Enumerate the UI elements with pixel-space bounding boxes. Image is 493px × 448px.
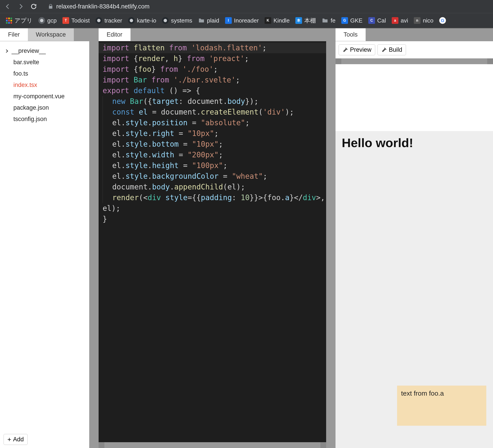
bookmark-label: nico (423, 17, 433, 24)
tools-divider[interactable] (336, 58, 493, 64)
preview-viewport[interactable]: Hello world! text from foo.a (336, 131, 493, 448)
tab-tools[interactable]: Tools (336, 28, 366, 41)
inoreader-icon: I (225, 17, 232, 24)
file-foo.ts[interactable]: foo.ts (0, 68, 89, 79)
tools-panel: Tools Preview Build (334, 28, 493, 448)
code-line[interactable]: import flatten from 'lodash.flatten'; (99, 43, 326, 53)
tab-filer[interactable]: Filer (0, 28, 28, 41)
bookmark-Inoreader[interactable]: IInoreader (225, 17, 259, 24)
code-line[interactable]: } (99, 214, 326, 224)
bookmark-アプリ[interactable]: アプリ (6, 17, 33, 24)
browser-chrome: relaxed-franklin-8384b4.netlify.com アプリg… (0, 0, 493, 28)
svg-point-2 (130, 19, 133, 22)
back-button[interactable] (3, 2, 12, 11)
add-button[interactable]: + Add (4, 434, 28, 445)
code-line[interactable]: el.style.bottom = "10px"; (99, 139, 326, 149)
file-list: __preview__bar.sveltefoo.tsindex.tsxmy-c… (0, 41, 89, 431)
tools-tabbar: Tools (336, 28, 493, 41)
hammer-icon (381, 47, 387, 53)
editor-tabbar: Editor (90, 28, 334, 41)
code-line[interactable]: const el = document.createElement('div')… (99, 107, 326, 117)
bookmark-label: fe (331, 17, 336, 24)
code-line[interactable]: el.style.height = "100px"; (99, 160, 326, 171)
scroll-grip-left[interactable] (99, 442, 104, 448)
preview-area: Hello world! text from foo.a (336, 131, 493, 448)
code-line[interactable]: import {foo} from './foo'; (99, 64, 326, 75)
file-label: __preview__ (11, 47, 46, 54)
g-icon (38, 17, 45, 24)
bookmark-label: systems (171, 17, 192, 24)
filer-panel: Filer Workspace __preview__bar.sveltefoo… (0, 28, 90, 448)
bookmark-label: plaid (207, 17, 219, 24)
chevron-right-icon (4, 49, 9, 53)
preview-heading: Hello world! (342, 136, 413, 150)
gh-icon (95, 17, 102, 24)
bookmark-systems[interactable]: systems (162, 17, 192, 24)
file-label: foo.ts (13, 70, 28, 77)
bookmark-label: アプリ (14, 17, 33, 24)
code-editor[interactable]: import flatten from 'lodash.flatten';imp… (99, 41, 326, 442)
forward-button[interactable] (16, 2, 25, 11)
preview-label: Preview (350, 46, 371, 53)
code-line[interactable]: el.style.right = "10px"; (99, 128, 326, 139)
apps-icon (6, 17, 12, 24)
avi-icon: a (392, 17, 398, 24)
file-index.tsx[interactable]: index.tsx (0, 79, 89, 91)
bookmark-label: avi (401, 17, 408, 24)
cal-icon: C (368, 17, 375, 24)
code-line[interactable]: import {render, h} from 'preact'; (99, 53, 326, 64)
editor-panel: Editor import flatten from 'lodash.flatt… (90, 28, 334, 448)
bookmark-label: Todoist (71, 17, 90, 24)
file-tsconfig.json[interactable]: tsconfig.json (0, 113, 89, 125)
bookmark-gcp[interactable]: gcp (38, 17, 57, 24)
file-package.json[interactable]: package.json (0, 102, 89, 113)
build-button[interactable]: Build (377, 44, 406, 55)
tab-editor[interactable]: Editor (99, 28, 131, 41)
file-__preview__[interactable]: __preview__ (0, 45, 89, 57)
code-line[interactable]: el); (99, 203, 326, 214)
bookmark-Kindle[interactable]: KKindle (265, 17, 290, 24)
bookmark-fe[interactable]: fe (322, 17, 336, 24)
google-icon: G (439, 17, 446, 24)
preview-box-text: text from foo.a (401, 390, 444, 397)
bookmark-tracker[interactable]: tracker (95, 17, 122, 24)
bookmark-karte-io[interactable]: karte-io (128, 17, 156, 24)
nav-row: relaxed-franklin-8384b4.netlify.com (0, 0, 493, 13)
file-bar.svelte[interactable]: bar.svelte (0, 57, 89, 68)
preview-button[interactable]: Preview (339, 44, 375, 55)
tab-workspace[interactable]: Workspace (28, 28, 74, 41)
code-line[interactable]: import Bar from './bar.svelte'; (99, 75, 326, 85)
bookmark-Todoist[interactable]: TTodoist (62, 17, 90, 24)
folder-icon (322, 17, 328, 24)
code-line[interactable]: el.style.width = "200px"; (99, 149, 326, 160)
editor-hscroll[interactable] (99, 442, 326, 448)
code-line[interactable]: export default () => { (99, 85, 326, 96)
bookmark-Cal[interactable]: CCal (368, 17, 386, 24)
bookmark-GKE[interactable]: GGKE (341, 17, 362, 24)
scroll-grip-right[interactable] (320, 442, 326, 448)
bookmark-plaid[interactable]: plaid (198, 17, 219, 24)
code-line[interactable]: el.style.backgroundColor = "wheat"; (99, 171, 326, 182)
bookmark-avi[interactable]: aavi (392, 17, 408, 24)
build-label: Build (389, 46, 402, 53)
code-line[interactable]: el.style.position = "absolute"; (99, 117, 326, 128)
file-my-component.vue[interactable]: my-component.vue (0, 91, 89, 102)
book-icon: 本 (295, 17, 302, 24)
filer-tabbar: Filer Workspace (0, 28, 89, 41)
gh-icon (162, 17, 169, 24)
bookmark-google[interactable]: G (439, 17, 446, 24)
plus-icon: + (7, 436, 11, 443)
code-line[interactable]: render(<div style={{padding: 10}}>{foo.a… (99, 192, 326, 203)
address-bar[interactable]: relaxed-franklin-8384b4.netlify.com (48, 3, 149, 10)
bookmark-label: karte-io (137, 17, 156, 24)
reload-button[interactable] (29, 2, 38, 11)
bookmark-nico[interactable]: nnico (414, 17, 433, 24)
lock-icon (48, 4, 54, 9)
bookmarks-bar: アプリgcpTTodoisttrackerkarte-iosystemsplai… (0, 13, 493, 28)
url-text: relaxed-franklin-8384b4.netlify.com (56, 3, 149, 10)
kindle-icon: K (265, 17, 271, 24)
hammer-icon (342, 47, 348, 53)
code-line[interactable]: document.body.appendChild(el); (99, 182, 326, 192)
code-line[interactable]: new Bar({target: document.body}); (99, 96, 326, 107)
bookmark-本棚[interactable]: 本本棚 (295, 17, 316, 24)
